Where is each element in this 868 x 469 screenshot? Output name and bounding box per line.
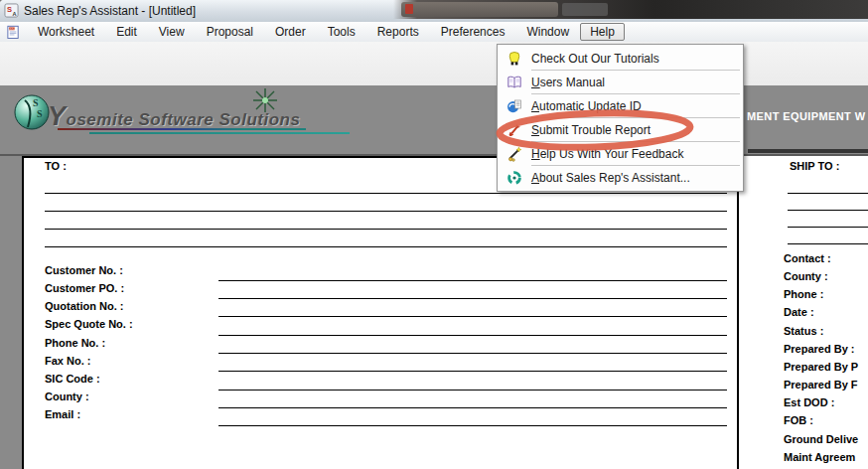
page-left-margin bbox=[0, 156, 22, 469]
field-label-customer-no: Customer No. : bbox=[45, 264, 123, 277]
menu-item-tutorials[interactable]: Check Out Our Tutorials bbox=[498, 47, 743, 70]
menubar-item-order[interactable]: Order bbox=[264, 23, 317, 41]
field-label-date: Date : bbox=[784, 306, 814, 319]
menu-item-feedback[interactable]: Help Us With Your Feedback bbox=[498, 142, 743, 165]
field-input-line[interactable] bbox=[218, 353, 727, 354]
menubar-item-tools[interactable]: Tools bbox=[317, 23, 366, 41]
svg-text:DOC: DOC bbox=[9, 26, 15, 30]
svg-text:A: A bbox=[13, 11, 17, 17]
menu-item-label: Check Out Our Tutorials bbox=[531, 52, 659, 66]
field-input-line[interactable] bbox=[218, 425, 727, 426]
field-input-line[interactable] bbox=[218, 407, 727, 408]
field-label-quotation-no: Quotation No. : bbox=[45, 300, 123, 313]
about-icon bbox=[498, 170, 531, 186]
field-label-customer-po: Customer PO. : bbox=[45, 282, 124, 295]
field-label-prepared-by-p: Prepared By P bbox=[784, 361, 858, 374]
field-input-line[interactable] bbox=[218, 316, 727, 317]
field-label-email: Email : bbox=[45, 408, 80, 421]
app-icon[interactable]: SA bbox=[4, 3, 19, 22]
field-input-line[interactable] bbox=[218, 298, 727, 299]
svg-text:S: S bbox=[33, 97, 39, 108]
menu-item-users-manual[interactable]: Users Manual bbox=[498, 71, 743, 93]
address-line[interactable] bbox=[45, 211, 727, 212]
menubar-item-reports[interactable]: Reports bbox=[366, 23, 430, 41]
menu-item-submit-trouble-report[interactable]: Submit Trouble Report bbox=[498, 118, 743, 141]
menu-item-label: Automatic Update ID bbox=[531, 99, 642, 113]
field-label-contact: Contact : bbox=[784, 252, 831, 265]
worksheet-tabs-text[interactable]: MENT EQUIPMENT W bbox=[747, 110, 865, 122]
address-line[interactable] bbox=[788, 243, 868, 244]
menubar-item-preferences[interactable]: Preferences bbox=[430, 23, 516, 41]
menu-item-automatic-update-id[interactable]: Automatic Update ID bbox=[498, 94, 743, 117]
globe-page-icon bbox=[498, 98, 531, 114]
svg-text:S: S bbox=[37, 108, 43, 119]
document-icon[interactable]: DOC bbox=[6, 25, 21, 40]
field-label-prepared-by-f: Prepared By F bbox=[784, 379, 858, 391]
help-dropdown-menu: Check Out Our Tutorials Users Manual Aut… bbox=[497, 44, 744, 192]
menu-bar: DOC Worksheet Edit View Proposal Order T… bbox=[0, 22, 868, 43]
background-window-icon bbox=[405, 4, 413, 14]
field-label-fax-no: Fax No. : bbox=[45, 355, 90, 368]
field-label-sic-code: SIC Code : bbox=[45, 373, 100, 386]
book-icon bbox=[498, 75, 531, 90]
address-line[interactable] bbox=[45, 193, 727, 194]
menubar-item-view[interactable]: View bbox=[148, 23, 196, 41]
field-label-ground-delivery: Ground Delive bbox=[784, 433, 858, 446]
menubar-item-proposal[interactable]: Proposal bbox=[196, 23, 264, 41]
wand-icon bbox=[498, 146, 531, 162]
lightbulb-icon bbox=[498, 51, 531, 67]
address-line[interactable] bbox=[45, 229, 727, 230]
title-bar: SA Sales Rep's Assistant - [Untitled] bbox=[0, 0, 868, 22]
field-label-prepared-by: Prepared By : bbox=[784, 343, 855, 356]
field-input-line[interactable] bbox=[218, 371, 727, 372]
background-window-tab[interactable] bbox=[401, 2, 558, 17]
customer-form-panel bbox=[22, 156, 739, 469]
background-window[interactable] bbox=[393, 0, 868, 19]
field-label-maint-agreement: Maint Agreem bbox=[784, 451, 855, 464]
address-line[interactable] bbox=[788, 227, 868, 228]
field-label-county2: County : bbox=[784, 270, 828, 283]
logo-underline-streak bbox=[89, 132, 350, 134]
field-label-est-dod: Est DOD : bbox=[784, 396, 834, 409]
shipto-panel-top-border bbox=[748, 149, 868, 153]
menu-item-label: Users Manual bbox=[531, 76, 605, 89]
field-label-phone-no: Phone No. : bbox=[45, 337, 105, 350]
field-label-county: County : bbox=[45, 391, 89, 403]
menubar-item-edit[interactable]: Edit bbox=[105, 23, 148, 41]
background-window-control bbox=[562, 3, 608, 16]
field-label-spec-quote-no: Spec Quote No. : bbox=[45, 318, 133, 331]
menubar-item-window[interactable]: Window bbox=[515, 23, 580, 41]
field-input-line[interactable] bbox=[218, 335, 727, 336]
svg-text:S: S bbox=[7, 5, 12, 14]
menu-item-label: Submit Trouble Report bbox=[531, 123, 651, 137]
menu-item-label: About Sales Rep's Assistant... bbox=[531, 171, 690, 185]
app-window: SA Sales Rep's Assistant - [Untitled] DO… bbox=[0, 0, 868, 469]
window-title: Sales Rep's Assistant - [Untitled] bbox=[24, 4, 196, 18]
logo-underline-streak bbox=[58, 128, 306, 130]
menu-item-about[interactable]: About Sales Rep's Assistant... bbox=[498, 166, 743, 189]
field-label-fob: FOB : bbox=[784, 414, 813, 427]
ship-to-label: SHIP TO : bbox=[790, 160, 839, 173]
menubar-item-worksheet[interactable]: Worksheet bbox=[27, 23, 105, 41]
menu-item-label: Help Us With Your Feedback bbox=[531, 147, 683, 161]
address-line[interactable] bbox=[788, 210, 868, 211]
address-line[interactable] bbox=[45, 246, 727, 247]
field-input-line[interactable] bbox=[218, 390, 727, 391]
to-label: TO : bbox=[45, 160, 67, 173]
starburst-icon bbox=[250, 87, 280, 117]
field-label-phone2: Phone : bbox=[784, 288, 823, 301]
field-label-status: Status : bbox=[784, 325, 823, 338]
address-line[interactable] bbox=[788, 193, 868, 194]
wrench-icon bbox=[498, 122, 531, 138]
field-input-line[interactable] bbox=[218, 280, 727, 281]
menubar-item-help[interactable]: Help bbox=[580, 23, 625, 41]
